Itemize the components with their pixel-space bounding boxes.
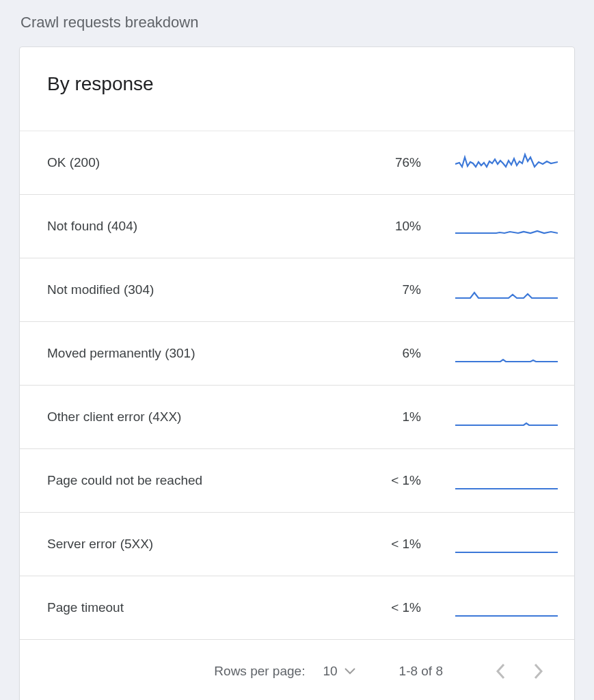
sparkline <box>455 532 558 556</box>
table-row[interactable]: Not found (404)10% <box>20 194 574 258</box>
row-value: 7% <box>361 282 421 297</box>
chevron-left-icon <box>496 663 505 679</box>
table-row[interactable]: Moved permanently (301)6% <box>20 321 574 385</box>
section-title: By response <box>20 47 574 131</box>
table-row[interactable]: Page could not be reached< 1% <box>20 448 574 512</box>
rows-per-page-select[interactable]: 10 <box>323 664 355 679</box>
sparkline <box>455 595 558 620</box>
row-label: Server error (5XX) <box>47 537 361 552</box>
rows-per-page-label: Rows per page: <box>214 664 305 679</box>
row-label: Not modified (304) <box>47 282 361 297</box>
sparkline <box>455 341 558 366</box>
row-label: OK (200) <box>47 155 361 170</box>
row-value: 1% <box>361 409 421 425</box>
row-label: Moved permanently (301) <box>47 346 361 361</box>
sparkline <box>455 150 558 175</box>
row-label: Page timeout <box>47 600 361 615</box>
table-row[interactable]: OK (200)76% <box>20 131 574 194</box>
row-value: 10% <box>361 219 421 234</box>
next-page-button[interactable] <box>525 658 552 685</box>
sparkline <box>455 214 558 239</box>
table-row[interactable]: Not modified (304)7% <box>20 258 574 321</box>
rows-per-page-value: 10 <box>323 664 337 679</box>
row-value: < 1% <box>361 537 421 552</box>
dropdown-icon <box>345 668 355 675</box>
chevron-right-icon <box>534 663 543 679</box>
row-label: Not found (404) <box>47 219 361 234</box>
row-value: < 1% <box>361 600 421 615</box>
page-range: 1-8 of 8 <box>399 664 443 679</box>
table-row[interactable]: Other client error (4XX)1% <box>20 385 574 448</box>
row-value: 6% <box>361 346 421 361</box>
pagination-footer: Rows per page: 10 1-8 of 8 <box>20 639 574 700</box>
table-row[interactable]: Page timeout< 1% <box>20 576 574 639</box>
sparkline <box>455 468 558 493</box>
row-value: < 1% <box>361 473 421 488</box>
row-label: Other client error (4XX) <box>47 409 361 425</box>
row-label: Page could not be reached <box>47 473 361 488</box>
by-response-card: By response OK (200)76%Not found (404)10… <box>19 46 575 700</box>
row-value: 76% <box>361 155 421 170</box>
table-row[interactable]: Server error (5XX)< 1% <box>20 512 574 576</box>
sparkline <box>455 278 558 302</box>
prev-page-button[interactable] <box>487 658 514 685</box>
page-title: Crawl requests breakdown <box>19 14 575 31</box>
sparkline <box>455 405 558 429</box>
